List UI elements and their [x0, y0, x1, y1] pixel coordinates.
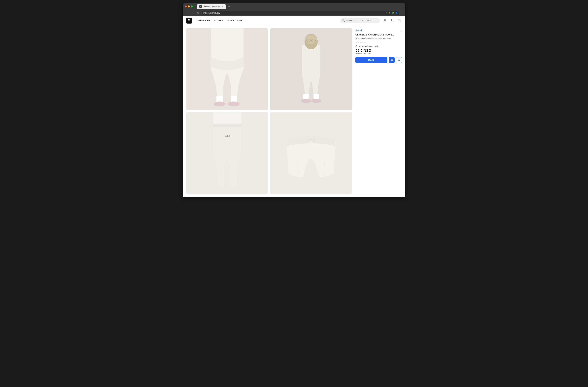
product-actions-row: Go to external page Vote: [356, 45, 402, 47]
product-image-1[interactable]: [186, 28, 268, 110]
user-icon[interactable]: [383, 18, 387, 23]
cart-icon[interactable]: [397, 18, 402, 23]
svg-text:reebok: reebok: [225, 135, 230, 137]
svg-rect-21: [213, 112, 242, 124]
main-content: reebok REEBOK: [183, 25, 405, 197]
browser-settings-button[interactable]: ⋮: [401, 12, 403, 14]
svg-point-1: [399, 21, 399, 22]
star-2: ★: [357, 41, 359, 44]
svg-text:REEBOK: REEBOK: [308, 140, 314, 142]
browser-menu-chevron[interactable]: ⌄: [401, 5, 403, 8]
svg-point-7: [214, 101, 225, 106]
svg-rect-22: [213, 124, 242, 127]
external-page-link[interactable]: Go to external page: [356, 45, 373, 47]
product-price: 56.0 NSD: [356, 48, 402, 53]
nav-categories[interactable]: CATEGORIES: [196, 19, 210, 22]
close-button[interactable]: [185, 5, 187, 7]
nav-links: CATEGORIES STORES COLLECTIONS: [196, 19, 242, 22]
browser-toolbar: ← → ↻ melcor.io/product/2 ☆ ⬆ 🧩 👤 ⋮: [183, 10, 405, 16]
site-logo[interactable]: M: [186, 18, 192, 23]
svg-point-8: [228, 101, 240, 106]
add-to-cart-button[interactable]: [389, 57, 395, 63]
back-button[interactable]: ←: [185, 11, 189, 15]
extension-icon[interactable]: 🧩: [392, 12, 394, 14]
svg-point-2: [400, 21, 401, 22]
svg-point-18: [301, 99, 311, 103]
nav-right: 🔍: [340, 18, 402, 23]
svg-point-19: [311, 99, 321, 103]
profile-icon[interactable]: 👤: [395, 12, 398, 14]
product-sidebar: Reebok ... CLASSICS NATURAL DYE POWE... …: [356, 28, 402, 194]
refresh-button[interactable]: ↻: [196, 11, 200, 15]
url-display: melcor.io/product/2: [203, 12, 384, 14]
active-tab[interactable]: M melcor.io/product/2 ✕: [197, 4, 226, 9]
tab-title: melcor.io/product/2: [203, 5, 220, 8]
star-5: ★: [364, 41, 366, 44]
tab-bar: M melcor.io/product/2 ✕ +: [197, 4, 400, 9]
website-content: M CATEGORIES STORES COLLECTIONS 🔍: [183, 16, 405, 197]
star-3: ★: [360, 41, 361, 44]
notification-icon[interactable]: [390, 18, 395, 23]
address-bar[interactable]: melcor.io/product/2 ☆ ⬆ 🧩 👤: [202, 11, 399, 15]
product-title: CLASSICS NATURAL DYE POWE...: [356, 33, 402, 36]
minimize-button[interactable]: [188, 5, 190, 7]
svg-rect-16: [303, 94, 309, 99]
address-bar-icons: ☆ ⬆ 🧩 👤: [385, 12, 398, 14]
new-tab-button[interactable]: +: [227, 4, 231, 8]
product-image-grid: reebok REEBOK: [186, 28, 352, 194]
deal-button[interactable]: DEAL: [356, 57, 387, 63]
traffic-lights: [185, 5, 193, 7]
search-bar[interactable]: 🔍: [340, 18, 380, 23]
wishlist-button[interactable]: [396, 57, 402, 63]
nav-collections[interactable]: COLLECTIONS: [227, 19, 242, 22]
price-section: 56.0 NSD Deposit: 12.0 NSD: [356, 48, 402, 55]
search-icon: 🔍: [342, 19, 345, 22]
star-rating: ★ ★ ★ ★ ★: [356, 41, 402, 44]
bookmark-icon[interactable]: ☆: [385, 12, 388, 14]
vote-link[interactable]: Vote: [375, 45, 379, 47]
browser-titlebar: M melcor.io/product/2 ✕ + ⌄: [183, 3, 405, 10]
nav-stores[interactable]: STORES: [214, 19, 223, 22]
browser-window: M melcor.io/product/2 ✕ + ⌄ ← → ↻ melcor…: [183, 3, 405, 197]
deposit-price: Deposit: 12.0 NSD: [356, 53, 402, 55]
product-image-3[interactable]: reebok: [186, 112, 268, 194]
share-icon[interactable]: ⬆: [389, 12, 391, 14]
site-navigation: M CATEGORIES STORES COLLECTIONS 🔍: [183, 16, 405, 25]
star-4: ★: [362, 41, 364, 44]
maximize-button[interactable]: [191, 5, 193, 7]
svg-point-0: [384, 19, 386, 20]
search-input[interactable]: [346, 19, 378, 22]
deal-row: DEAL: [356, 57, 402, 63]
brand-link[interactable]: Reebok: [356, 29, 362, 32]
svg-rect-17: [314, 94, 319, 99]
product-image-2[interactable]: [270, 28, 352, 110]
more-options-button[interactable]: ...: [400, 29, 402, 32]
product-image-4[interactable]: REEBOK: [270, 112, 352, 194]
product-description: SOFT, FLOWING REEBO LOOK AND FEEL: [356, 37, 402, 40]
forward-button[interactable]: →: [190, 11, 194, 15]
sidebar-header: Reebok ...: [356, 29, 402, 32]
tab-close-button[interactable]: ✕: [221, 5, 223, 8]
tab-favicon: M: [199, 5, 202, 8]
star-1: ★: [356, 41, 357, 44]
